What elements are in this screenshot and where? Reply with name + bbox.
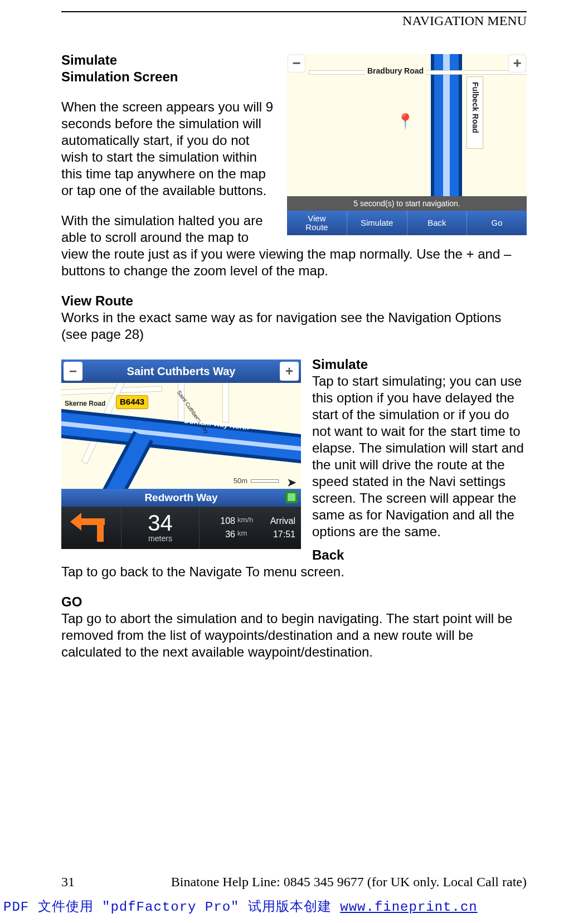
map-area-2[interactable]: Skerne Road B6443 Saint Cuthberts Way Du… xyxy=(61,383,301,489)
gps-signal-icon xyxy=(285,491,298,503)
turn-indicator xyxy=(61,507,122,549)
map-scale: 50m xyxy=(234,477,279,485)
heading-go: GO xyxy=(61,594,527,610)
para-back: Tap to go back to the Navigate To menu s… xyxy=(61,563,527,580)
figure-simulation-screen: Bradbury Road Fulbeck Road 📍 − + 5 secon… xyxy=(287,54,527,235)
go-button[interactable]: Go xyxy=(467,211,527,235)
road-label-fulbeck: Fulbeck Road xyxy=(470,82,480,133)
current-road-title: Saint Cuthberts Way xyxy=(85,365,278,378)
zoom-out-button-2[interactable]: − xyxy=(64,362,82,381)
para-view-route: Works in the exact same way as for navig… xyxy=(61,309,527,343)
pdf-watermark-link[interactable]: www.fineprint.cn xyxy=(340,900,477,915)
pdf-watermark: PDF 文件使用 "pdfFactory Pro" 试用版本创建 www.fin… xyxy=(3,897,478,915)
zoom-out-button[interactable]: − xyxy=(288,55,305,72)
distance-to-turn: 34 meters xyxy=(122,507,200,549)
trip-stats: 108 km/h Arrival 36 km 17:51 xyxy=(200,507,301,549)
cursor-icon: ➤ xyxy=(286,475,297,489)
helpline-text: Binatone Help Line: 0845 345 9677 (for U… xyxy=(106,875,527,890)
turn-left-icon xyxy=(74,514,109,542)
figure-navigation-screen: − Saint Cuthberts Way + Skerne Road B644… xyxy=(61,360,301,549)
heading-back: Back xyxy=(61,547,527,563)
back-button[interactable]: Back xyxy=(407,211,468,235)
pushpin-icon: 📍 xyxy=(396,112,414,130)
page-number: 31 xyxy=(61,875,106,890)
map-area[interactable]: Bradbury Road Fulbeck Road 📍 − + xyxy=(287,54,527,196)
zoom-in-button[interactable]: + xyxy=(509,55,526,72)
view-route-button[interactable]: View Route xyxy=(287,211,347,235)
next-road-bar: Redworth Way xyxy=(61,489,301,507)
zoom-in-button-2[interactable]: + xyxy=(280,362,299,381)
page-header: NAVIGATION MENU xyxy=(61,12,527,28)
road-label-bradbury: Bradbury Road xyxy=(365,66,426,76)
nav-info-bar: 34 meters 108 km/h Arrival 36 km 17:51 xyxy=(61,507,301,549)
heading-view-route: View Route xyxy=(61,293,527,309)
road-shield-b6443: B6443 xyxy=(116,395,148,409)
para-go: Tap go to abort the simulation and to be… xyxy=(61,610,527,660)
road-label-skerne: Skerne Road xyxy=(65,400,105,408)
countdown-bar: 5 second(s) to start navigation. xyxy=(287,196,527,211)
simulate-button[interactable]: Simulate xyxy=(347,211,407,235)
